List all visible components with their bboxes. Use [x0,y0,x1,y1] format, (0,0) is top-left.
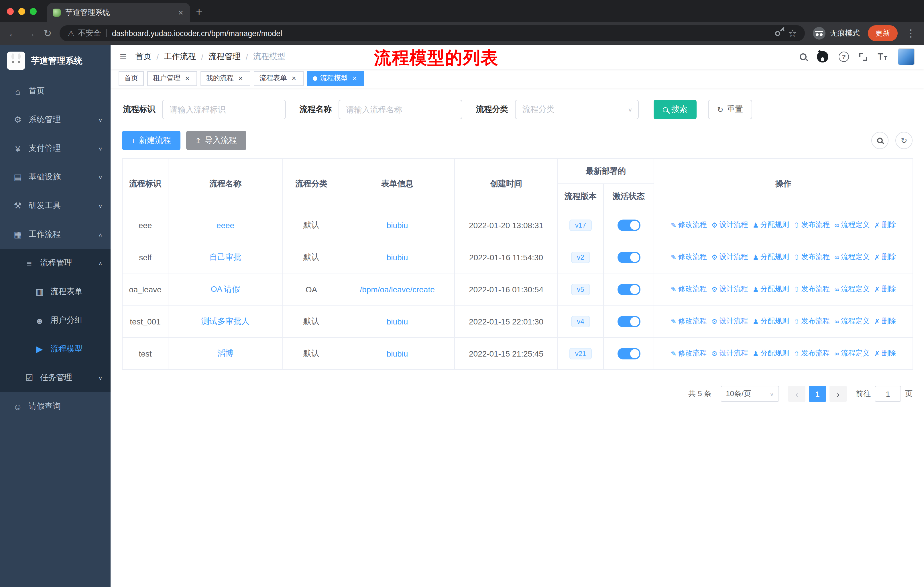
reset-button[interactable]: ↻ 重置 [708,100,752,119]
breadcrumb-item[interactable]: 首页 [135,51,152,62]
design-process-link[interactable]: ⚙设计流程 [711,349,748,358]
url-bar[interactable]: ⚠ 不安全 dashboard.yudao.iocoder.cn/bpm/man… [60,25,805,41]
publish-process-link[interactable]: ⇧发布流程 [794,316,830,326]
design-process-link[interactable]: ⚙设计流程 [711,252,748,262]
close-icon[interactable]: × [237,74,244,82]
hamburger-icon[interactable]: ≡ [120,50,127,64]
sidebar-item-system[interactable]: ⚙系统管理∨ [0,106,111,134]
help-icon[interactable]: ? [839,51,849,62]
sidebar-item-process-form[interactable]: ▥流程表单 [0,278,111,306]
tag-我的流程[interactable]: 我的流程× [201,71,250,86]
process-name-link[interactable]: 测试多审批人 [201,316,249,325]
delete-link[interactable]: ✗删除 [874,252,896,262]
close-window-button[interactable] [7,8,14,15]
publish-process-link[interactable]: ⇧发布流程 [794,252,830,262]
back-button[interactable]: ← [8,28,18,38]
process-definition-link[interactable]: ∞流程定义 [834,349,870,358]
avatar[interactable] [898,48,915,65]
zoom-window-button[interactable] [30,8,37,15]
refresh-table-button[interactable]: ↻ [895,132,912,149]
tab-close-icon[interactable]: × [177,7,185,17]
status-toggle[interactable] [617,251,640,263]
tag-首页[interactable]: 首页 [119,71,144,86]
form-info-link[interactable]: biubiu [387,220,408,230]
close-icon[interactable]: × [183,74,191,82]
close-icon[interactable]: × [290,74,298,82]
font-size-icon[interactable]: TT [878,52,887,61]
delete-link[interactable]: ✗删除 [874,220,896,230]
assign-rule-link[interactable]: ♟分配规则 [752,316,789,326]
publish-process-link[interactable]: ⇧发布流程 [794,349,830,358]
process-name-link[interactable]: 滔博 [218,348,233,357]
sidebar-item-workflow[interactable]: ▦工作流程∧ [0,220,111,249]
password-key-icon[interactable] [774,30,781,37]
status-toggle[interactable] [617,219,640,231]
delete-link[interactable]: ✗删除 [874,284,896,294]
process-definition-link[interactable]: ∞流程定义 [834,284,870,294]
sidebar-item-home[interactable]: ⌂首页 [0,77,111,106]
sidebar-item-payment[interactable]: ¥支付管理∨ [0,134,111,163]
delete-link[interactable]: ✗删除 [874,349,896,358]
edit-process-link[interactable]: ✎修改流程 [671,220,707,230]
edit-process-link[interactable]: ✎修改流程 [671,284,707,294]
update-button[interactable]: 更新 [868,25,898,41]
process-definition-link[interactable]: ∞流程定义 [834,252,870,262]
assign-rule-link[interactable]: ♟分配规则 [752,252,789,262]
form-info-link[interactable]: biubiu [387,317,408,326]
security-indicator[interactable]: ⚠ 不安全 [68,28,101,38]
process-name-input[interactable] [338,100,462,119]
breadcrumb-item[interactable]: 流程管理 [208,51,241,62]
publish-process-link[interactable]: ⇧发布流程 [794,220,830,230]
status-toggle[interactable] [617,283,640,295]
design-process-link[interactable]: ⚙设计流程 [711,316,748,326]
page-size-select[interactable]: 10条/页 ∨ [721,386,779,402]
form-info-link[interactable]: biubiu [387,349,408,358]
github-icon[interactable] [817,51,828,63]
sidebar-item-process-management[interactable]: ≡流程管理∧ [0,249,111,278]
reload-button[interactable]: ↻ [43,28,52,38]
forward-button[interactable]: → [26,28,36,38]
process-definition-link[interactable]: ∞流程定义 [834,316,870,326]
edit-process-link[interactable]: ✎修改流程 [671,316,707,326]
process-id-input[interactable] [162,100,286,119]
bookmark-star-icon[interactable]: ☆ [788,28,797,38]
current-page-button[interactable]: 1 [809,386,826,402]
browser-menu-icon[interactable]: ⋮ [906,28,916,38]
delete-link[interactable]: ✗删除 [874,316,896,326]
breadcrumb-item[interactable]: 工作流程 [164,51,196,62]
browser-tab[interactable]: 芋道管理系统 × [47,3,190,22]
assign-rule-link[interactable]: ♟分配规则 [752,284,789,294]
tag-租户管理[interactable]: 租户管理× [147,71,197,86]
design-process-link[interactable]: ⚙设计流程 [711,284,748,294]
prev-page-button[interactable]: ‹ [788,386,805,402]
sidebar-item-infrastructure[interactable]: ▤基础设施∨ [0,163,111,192]
tag-流程表单[interactable]: 流程表单× [254,71,304,86]
publish-process-link[interactable]: ⇧发布流程 [794,284,830,294]
process-name-link[interactable]: OA 请假 [211,284,240,293]
search-button[interactable]: 搜索 [653,100,696,119]
sidebar-item-process-model[interactable]: ▶流程模型 [0,335,111,364]
process-name-link[interactable]: eeee [216,220,234,230]
minimize-window-button[interactable] [18,8,25,15]
next-page-button[interactable]: › [830,386,846,402]
sidebar-item-leave-query[interactable]: ☺请假查询 [0,392,111,421]
show-search-button[interactable] [871,132,888,149]
process-definition-link[interactable]: ∞流程定义 [834,220,870,230]
design-process-link[interactable]: ⚙设计流程 [711,220,748,230]
sidebar-item-devtools[interactable]: ⚒研发工具∨ [0,192,111,220]
form-info-link[interactable]: biubiu [387,253,408,262]
fullscreen-icon[interactable] [859,53,867,61]
new-tab-button[interactable]: + [190,6,209,22]
search-icon[interactable] [800,53,807,60]
close-icon[interactable]: × [351,74,359,82]
category-select[interactable]: 流程分类 ∨ [515,100,639,119]
edit-process-link[interactable]: ✎修改流程 [671,349,707,358]
create-process-button[interactable]: + 新建流程 [122,131,180,150]
assign-rule-link[interactable]: ♟分配规则 [752,349,789,358]
form-info-link[interactable]: /bpm/oa/leave/create [360,284,435,294]
import-process-button[interactable]: ↥ 导入流程 [186,131,246,150]
goto-page-input[interactable] [875,386,901,402]
tag-流程模型[interactable]: 流程模型× [307,71,364,86]
status-toggle[interactable] [617,316,640,327]
sidebar-item-task-management[interactable]: ☑任务管理∨ [0,364,111,392]
